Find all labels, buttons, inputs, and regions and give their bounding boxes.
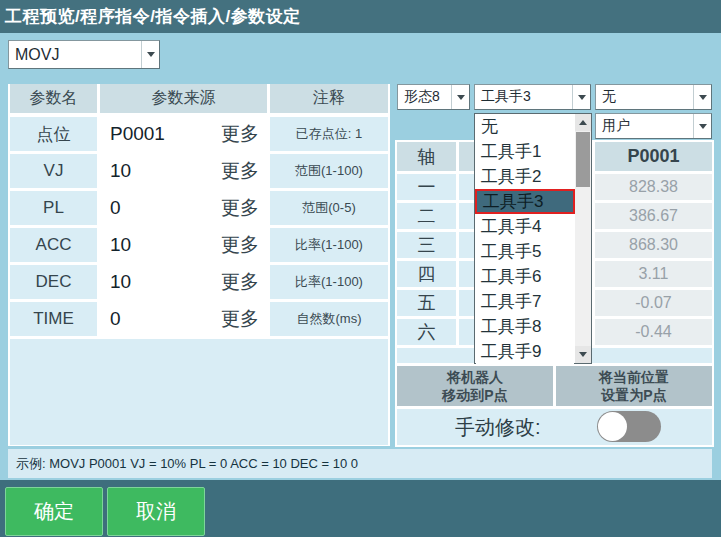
- tool-list-item[interactable]: 工具手2: [476, 164, 574, 189]
- param-value-field[interactable]: 10: [100, 154, 210, 188]
- parameter-setting-dialog: 工程预览/程序指令/指令插入/参数设定 MOVJ 参数名 参数来源 注释 点位 …: [0, 0, 721, 537]
- tool-combobox-value: 工具手3: [475, 85, 572, 109]
- manual-edit-toggle[interactable]: [597, 411, 661, 442]
- confirm-button[interactable]: 确定: [5, 487, 103, 536]
- param-name: TIME: [10, 302, 97, 336]
- tool-list-item[interactable]: 工具手1: [476, 139, 574, 164]
- example-text: 示例: MOVJ P0001 VJ = 10% PL = 0 ACC = 10 …: [8, 455, 358, 473]
- tool-list-item-selected[interactable]: 工具手3: [475, 189, 575, 214]
- tool-list-item[interactable]: 工具手6: [476, 264, 574, 289]
- popup-scrollbar[interactable]: [575, 114, 591, 363]
- param-comment: 范围(0-5): [270, 191, 388, 225]
- footer-bar: 确定 取消: [0, 480, 721, 537]
- scroll-up-button[interactable]: [575, 114, 591, 131]
- move-robot-to-p-line1: 将机器人: [447, 368, 503, 386]
- chevron-down-icon[interactable]: [451, 85, 469, 109]
- move-robot-to-p-button[interactable]: 将机器人 移动到P点: [397, 366, 553, 406]
- move-robot-to-p-line2: 移动到P点: [442, 386, 507, 404]
- instruction-combobox[interactable]: MOVJ: [8, 40, 160, 69]
- manual-edit-row: 手动修改:: [397, 409, 712, 445]
- param-comment: 自然数(ms): [270, 302, 388, 336]
- example-row: 示例: MOVJ P0001 VJ = 10% PL = 0 ACC = 10 …: [8, 449, 712, 478]
- tool-list-item[interactable]: 工具手7: [476, 289, 574, 314]
- param-source-header: 参数来源: [100, 84, 267, 113]
- param-table: 参数名 参数来源 注释 点位 P0001 更多 已存点位: 1 VJ 10 更多…: [8, 84, 390, 446]
- scroll-down-button[interactable]: [575, 346, 591, 363]
- tool-list-dropdown: 无 工具手1 工具手2 工具手3 工具手4 工具手5 工具手6 工具手7 工具手…: [474, 113, 592, 364]
- param-name-header: 参数名: [10, 84, 97, 113]
- param-comment: 范围(1-100): [270, 154, 388, 188]
- more-button[interactable]: 更多: [213, 117, 267, 151]
- manual-edit-label: 手动修改:: [455, 414, 541, 441]
- more-button[interactable]: 更多: [213, 154, 267, 188]
- param-value-field[interactable]: 0: [100, 302, 210, 336]
- set-current-as-p-button[interactable]: 将当前位置 设置为P点: [556, 366, 712, 406]
- axis-value: -0.44: [595, 319, 712, 345]
- tool-list-item[interactable]: 无: [476, 114, 574, 139]
- param-value-field[interactable]: P0001: [100, 117, 210, 151]
- param-value-field[interactable]: 10: [100, 265, 210, 299]
- param-comment: 已存点位: 1: [270, 117, 388, 151]
- point-header: P0001: [595, 142, 712, 171]
- chevron-down-icon[interactable]: [141, 41, 159, 68]
- toggle-knob: [598, 412, 627, 441]
- param-value-field[interactable]: 0: [100, 191, 210, 225]
- scroll-thumb[interactable]: [576, 132, 590, 187]
- titlebar: 工程预览/程序指令/指令插入/参数设定: [0, 0, 721, 33]
- set-current-as-p-line2: 设置为P点: [601, 386, 666, 404]
- axis-value: 828.38: [595, 174, 712, 200]
- tool-list-item[interactable]: 工具手9: [476, 339, 574, 364]
- coord-combobox[interactable]: 无: [595, 84, 712, 110]
- axis-value: -0.07: [595, 290, 712, 316]
- tool-list-item[interactable]: 工具手8: [476, 314, 574, 339]
- user-combobox[interactable]: 用户: [595, 113, 712, 139]
- param-comment: 比率(1-100): [270, 265, 388, 299]
- form-combobox-value: 形态8: [398, 85, 451, 109]
- axis-label: 二: [397, 203, 456, 229]
- tool-combobox[interactable]: 工具手3: [474, 84, 591, 110]
- more-button[interactable]: 更多: [213, 191, 267, 225]
- chevron-down-icon[interactable]: [693, 114, 711, 138]
- param-name: DEC: [10, 265, 97, 299]
- instruction-combobox-value: MOVJ: [9, 41, 141, 68]
- axis-value: 386.67: [595, 203, 712, 229]
- chevron-down-icon[interactable]: [572, 85, 590, 109]
- form-combobox[interactable]: 形态8: [397, 84, 470, 110]
- page-title: 工程预览/程序指令/指令插入/参数设定: [0, 5, 301, 28]
- axis-label: 五: [397, 290, 456, 316]
- more-button[interactable]: 更多: [213, 302, 267, 336]
- axis-label: 三: [397, 232, 456, 258]
- param-name: VJ: [10, 154, 97, 188]
- coord-combobox-value: 无: [596, 85, 693, 109]
- set-current-as-p-line1: 将当前位置: [599, 368, 669, 386]
- param-table-empty-area: [10, 339, 388, 445]
- param-value-field[interactable]: 10: [100, 228, 210, 262]
- axis-value: 868.30: [595, 232, 712, 258]
- param-comment: 比率(1-100): [270, 228, 388, 262]
- param-name: ACC: [10, 228, 97, 262]
- param-name: PL: [10, 191, 97, 225]
- chevron-down-icon[interactable]: [693, 85, 711, 109]
- param-name: 点位: [10, 117, 97, 151]
- more-button[interactable]: 更多: [213, 265, 267, 299]
- more-button[interactable]: 更多: [213, 228, 267, 262]
- axis-label: 六: [397, 319, 456, 345]
- param-comment-header: 注释: [270, 84, 388, 113]
- axis-header: 轴: [397, 142, 456, 171]
- axis-label: 四: [397, 261, 456, 287]
- axis-label: 一: [397, 174, 456, 200]
- axis-value: 3.11: [595, 261, 712, 287]
- tool-list-item[interactable]: 工具手5: [476, 239, 574, 264]
- user-combobox-value: 用户: [596, 114, 693, 138]
- tool-list-item[interactable]: 工具手4: [476, 214, 574, 239]
- cancel-button[interactable]: 取消: [107, 487, 205, 536]
